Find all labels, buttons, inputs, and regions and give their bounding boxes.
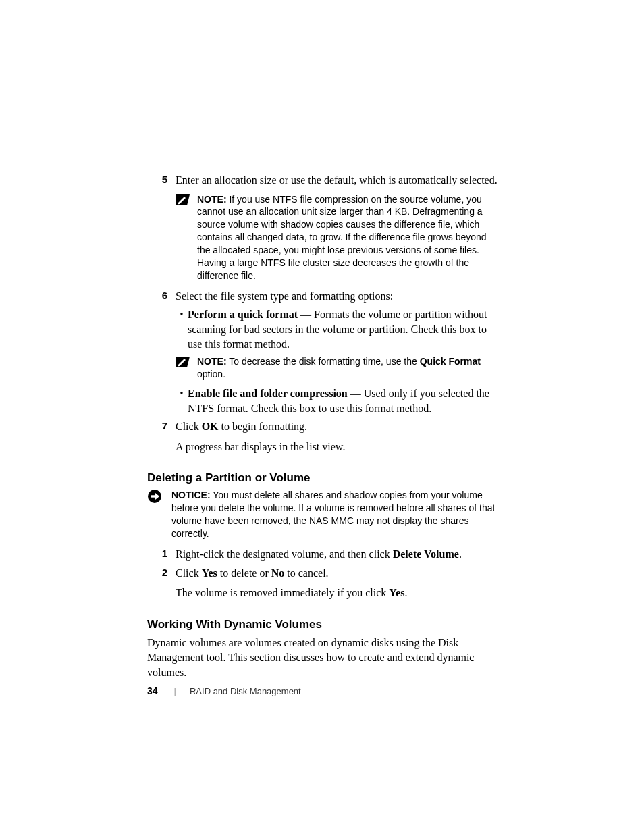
after-yes: Yes [389,587,404,598]
bullet-text: Perform a quick format — Formats the vol… [188,307,500,351]
post: . [459,548,462,560]
step-text: Enter an allocation size or use the defa… [176,173,500,188]
after-pre: The volume is removed immediately if you… [176,587,389,598]
note-label: NOTE: [197,356,227,367]
step-number: 7 [147,419,176,433]
notice-label: NOTICE: [171,490,211,500]
pre: Click [176,421,202,432]
ok-label: OK [202,421,219,432]
bullet-marker: • [176,386,188,400]
no-label: No [271,567,285,579]
bullet-quick-format: • Perform a quick format — Formats the v… [176,307,500,351]
notice-body: You must delete all shares and shadow co… [171,490,495,539]
note-text: NOTE: To decrease the disk formatting ti… [197,355,500,381]
heading-dynamic: Working With Dynamic Volumes [147,618,500,631]
delete-volume-label: Delete Volume [393,548,459,560]
step-text: Select the file system type and formatti… [176,289,500,304]
note-icon [176,194,192,206]
footer-separator: | [174,686,176,696]
step-number: 6 [147,289,176,303]
heading-deleting: Deleting a Partition or Volume [147,471,500,485]
after-post: . [404,587,407,598]
dynamic-intro: Dynamic volumes are volumes created on d… [147,635,500,681]
step-number: 5 [147,173,176,186]
step-number: 1 [147,547,176,561]
bullet-enable-compression: • Enable file and folder compression — U… [176,386,500,415]
pre: Right-click the designated volume, and t… [176,548,393,560]
step-text: Right-click the designated volume, and t… [176,547,500,562]
step-number: 2 [147,566,176,579]
notice-icon [147,489,165,504]
pre: Click [176,567,202,579]
delete-step-1: 1 Right-click the designated volume, and… [147,547,500,562]
step-6-bullets: • Perform a quick format — Formats the v… [176,307,500,351]
yes-label: Yes [202,567,217,579]
delete-step-2-followup: The volume is removed immediately if you… [176,585,500,600]
step-text: Click Yes to delete or No to cancel. [176,566,500,581]
step-text: Click OK to begin formatting. [176,419,500,434]
bullet-text: Enable file and folder compression — Use… [188,386,500,415]
notice-text: NOTICE: You must delete all shares and s… [171,489,500,540]
note-icon [176,356,192,368]
post: to cancel. [284,567,328,579]
page-number: 34 [147,685,158,696]
page-content: 5 Enter an allocation size or use the de… [147,173,500,681]
notice-block: NOTICE: You must delete all shares and s… [147,489,500,540]
note-block-1: NOTE: If you use NTFS file compression o… [176,193,500,282]
mid: to delete or [217,567,271,579]
svg-rect-3 [151,496,156,498]
note-pre: To decrease the disk formatting time, us… [227,356,420,367]
post: to begin formatting. [219,421,308,432]
page-footer: 34 | RAID and Disk Management [147,685,301,696]
note-post: option. [197,369,225,380]
note-label: NOTE: [197,194,227,205]
step-7: 7 Click OK to begin formatting. [147,419,500,434]
footer-title: RAID and Disk Management [190,686,301,696]
note-body: If you use NTFS file compression on the … [197,194,487,281]
note-block-2: NOTE: To decrease the disk formatting ti… [176,355,500,381]
step-6: 6 Select the file system type and format… [147,289,500,304]
step-5: 5 Enter an allocation size or use the de… [147,173,500,188]
note-text: NOTE: If you use NTFS file compression o… [197,193,500,282]
bullet-lead: Perform a quick format [188,309,298,320]
bullet-lead: Enable file and folder compression [188,388,348,399]
delete-step-2: 2 Click Yes to delete or No to cancel. [147,566,500,581]
step-6-bullets-2: • Enable file and folder compression — U… [176,386,500,415]
bullet-marker: • [176,307,188,321]
note-keyword: Quick Format [420,356,481,367]
step-7-followup: A progress bar displays in the list view… [176,440,500,454]
